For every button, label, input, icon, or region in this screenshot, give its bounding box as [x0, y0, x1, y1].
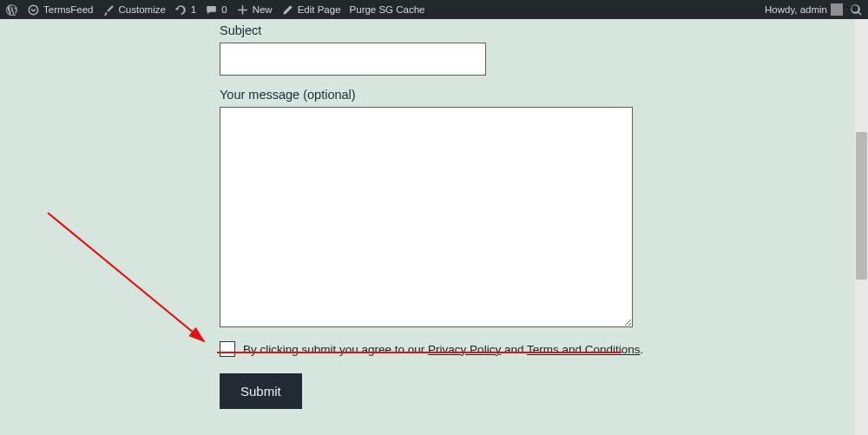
message-label: Your message (optional) — [220, 88, 643, 102]
annotation-arrow — [43, 208, 217, 356]
edit-page-link[interactable]: Edit Page — [281, 3, 341, 16]
new-link[interactable]: New — [236, 3, 273, 16]
wp-logo[interactable] — [5, 3, 18, 16]
terms-link[interactable]: Terms and Conditions — [527, 343, 641, 356]
subject-input[interactable] — [220, 43, 486, 76]
dashboard-icon — [27, 3, 40, 16]
consent-text: By clicking submit you agree to our Priv… — [243, 343, 643, 356]
scrollbar-thumb[interactable] — [856, 132, 867, 280]
subject-label: Subject — [220, 23, 643, 37]
brush-icon — [102, 3, 115, 16]
privacy-policy-link[interactable]: Privacy Policy — [428, 343, 501, 356]
customize-text: Customize — [119, 4, 166, 15]
consent-end: . — [641, 343, 644, 356]
comments-link[interactable]: 0 — [205, 3, 227, 16]
updates-count: 1 — [191, 4, 196, 15]
customize-link[interactable]: Customize — [102, 3, 166, 16]
wordpress-logo-icon — [5, 3, 18, 16]
pencil-icon — [281, 3, 294, 16]
comments-icon — [205, 3, 218, 16]
consent-mid: and — [501, 343, 527, 356]
message-textarea[interactable] — [220, 107, 633, 327]
consent-prefix: By clicking submit you agree to our — [243, 343, 428, 356]
howdy-text: Howdy, admin — [765, 4, 827, 15]
annotation-underline — [217, 352, 621, 353]
avatar — [831, 3, 843, 16]
wp-admin-bar: TermsFeed Customize 1 0 New — [0, 0, 868, 19]
edit-page-text: Edit Page — [298, 4, 341, 15]
purge-text: Purge SG Cache — [350, 4, 425, 15]
site-name-text: TermsFeed — [43, 4, 94, 15]
vertical-scrollbar[interactable] — [855, 19, 868, 435]
submit-button[interactable]: Submit — [220, 373, 302, 409]
purge-link[interactable]: Purge SG Cache — [350, 4, 425, 15]
svg-line-0 — [48, 213, 204, 341]
howdy-link[interactable]: Howdy, admin — [765, 3, 843, 16]
consent-row: By clicking submit you agree to our Priv… — [220, 341, 643, 357]
consent-checkbox[interactable] — [220, 341, 235, 357]
updates-link[interactable]: 1 — [174, 3, 196, 16]
search-icon — [850, 3, 863, 16]
comments-count: 0 — [221, 4, 227, 15]
new-text: New — [253, 4, 273, 15]
search-toggle[interactable] — [850, 3, 863, 16]
plus-icon — [236, 3, 249, 16]
updates-icon — [174, 3, 187, 16]
site-name-link[interactable]: TermsFeed — [27, 3, 94, 16]
